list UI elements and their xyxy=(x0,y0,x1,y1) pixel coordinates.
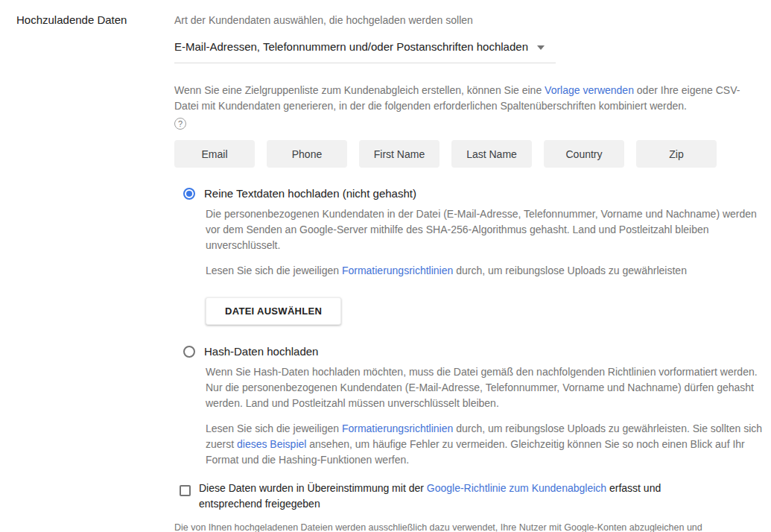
footer-text: Die von Ihnen hochgeladenen Dateien werd… xyxy=(174,522,704,532)
form-content-column: Art der Kundendaten auswählen, die hochg… xyxy=(174,0,763,532)
section-label: Hochzuladende Daten xyxy=(16,13,127,26)
form-row-label-column: Hochzuladende Daten xyxy=(0,0,174,532)
chip-email: Email xyxy=(174,140,255,168)
consent-label[interactable]: Diese Daten wurden in Übereinstimmung mi… xyxy=(199,481,709,512)
consent-row: Diese Daten wurden in Übereinstimmung mi… xyxy=(174,481,763,512)
plain-option-guidelines: Lesen Sie sich die jeweiligen Formatieru… xyxy=(206,263,763,279)
guide-text-after: durch, um reibungslose Uploads zu gewähr… xyxy=(453,265,687,276)
customer-data-upload-form: Hochzuladende Daten Art der Kundendaten … xyxy=(0,0,771,532)
chip-country: Country xyxy=(544,140,624,168)
column-header-chips: Email Phone First Name Last Name Country… xyxy=(174,140,763,168)
example-link[interactable]: dieses Beispiel xyxy=(237,438,306,450)
upload-type-selected-value: E-Mail-Adressen, Telefonnummern und/oder… xyxy=(174,40,528,53)
plain-option-description: Die personenbezogenen Kundendaten in der… xyxy=(206,206,763,253)
intro-paragraph: Wenn Sie eine Zielgruppenliste zum Kunde… xyxy=(174,83,754,114)
formatting-guidelines-link[interactable]: Formatierungsrichtlinien xyxy=(342,265,453,276)
chip-zip: Zip xyxy=(636,140,717,168)
radio-selected-icon[interactable] xyxy=(183,188,195,200)
dropdown-underline xyxy=(174,63,556,63)
formatting-guidelines-link-2[interactable]: Formatierungsrichtlinien xyxy=(342,422,453,434)
chip-last-name: Last Name xyxy=(451,140,532,168)
intro-text-before: Wenn Sie eine Zielgruppenliste zum Kunde… xyxy=(174,84,545,96)
template-link[interactable]: Vorlage verwenden xyxy=(545,84,634,96)
upload-type-prompt: Art der Kundendaten auswählen, die hochg… xyxy=(174,13,763,28)
hash-guide-text-before: Lesen Sie sich die jeweiligen xyxy=(206,422,342,434)
radio-plain-text-upload[interactable]: Reine Textdaten hochladen (nicht gehasht… xyxy=(174,187,763,200)
hash-option-guidelines: Lesen Sie sich die jeweiligen Formatieru… xyxy=(206,421,763,468)
chip-phone: Phone xyxy=(267,140,347,168)
radio-hash-data-upload[interactable]: Hash-Daten hochladen xyxy=(174,345,763,358)
chevron-down-icon xyxy=(537,45,545,50)
consent-text-before: Diese Daten wurden in Übereinstimmung mi… xyxy=(199,482,427,494)
guide-text-before: Lesen Sie sich die jeweiligen xyxy=(206,265,342,276)
upload-type-dropdown[interactable]: E-Mail-Adressen, Telefonnummern und/oder… xyxy=(174,40,556,63)
hash-option-description: Wenn Sie Hash-Daten hochladen möchten, m… xyxy=(206,364,763,411)
help-icon[interactable]: ? xyxy=(174,118,186,130)
chip-first-name: First Name xyxy=(359,140,440,168)
radio-plain-text-label: Reine Textdaten hochladen (nicht gehasht… xyxy=(204,187,416,200)
radio-hash-data-label: Hash-Daten hochladen xyxy=(204,345,318,358)
customer-match-policy-link[interactable]: Google-Richtlinie zum Kundenabgleich xyxy=(427,482,606,494)
radio-unselected-icon[interactable] xyxy=(183,346,195,358)
choose-file-button[interactable]: DATEI AUSWÄHLEN xyxy=(206,297,341,325)
footer-disclaimer: Die von Ihnen hochgeladenen Dateien werd… xyxy=(174,522,742,532)
consent-checkbox[interactable] xyxy=(180,485,191,496)
